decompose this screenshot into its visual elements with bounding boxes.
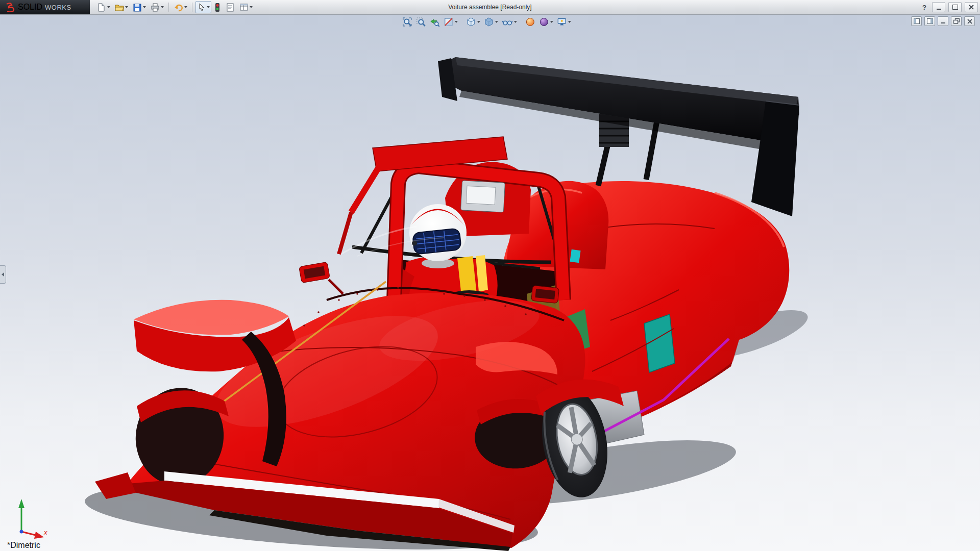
options-grid-icon — [239, 3, 249, 12]
zoom-to-fit-icon — [402, 17, 412, 27]
select-button[interactable] — [195, 1, 211, 13]
zoom-to-area-icon — [416, 17, 426, 27]
edit-appearance-sphere-icon — [525, 17, 535, 27]
title-bar: SOLIDWORKS — [0, 0, 980, 15]
edit-appearance-button[interactable] — [524, 16, 536, 28]
race-car-model[interactable] — [0, 14, 980, 551]
window-controls: ? — [920, 0, 978, 14]
minimize-doc-icon — [941, 19, 946, 24]
rebuild-button[interactable] — [212, 1, 223, 13]
show-task-pane-button[interactable] — [924, 16, 935, 26]
file-properties-icon — [225, 3, 235, 12]
apply-scene-sphere-icon — [539, 17, 549, 27]
hide-show-items-button[interactable] — [501, 16, 518, 28]
view-orientation-label: *Dimetric — [7, 541, 40, 550]
main-toolbar — [95, 1, 254, 13]
dropdown-caret-icon[interactable] — [550, 21, 553, 23]
dropdown-caret-icon[interactable] — [107, 6, 110, 8]
z-axis-dot — [20, 530, 23, 534]
restore-document-button[interactable] — [951, 16, 962, 26]
zoom-to-fit-button[interactable] — [401, 16, 413, 28]
minimize-window-button[interactable] — [932, 2, 945, 12]
restore-doc-icon — [953, 18, 960, 24]
close-document-button[interactable] — [964, 16, 975, 26]
dropdown-caret-icon[interactable] — [568, 21, 571, 23]
dropdown-caret-icon[interactable] — [477, 21, 480, 23]
previous-view-icon — [430, 17, 440, 27]
dropdown-caret-icon[interactable] — [250, 6, 253, 8]
dropdown-caret-icon[interactable] — [495, 21, 498, 23]
dropdown-caret-icon[interactable] — [125, 6, 128, 8]
right-pane-icon — [927, 18, 933, 24]
help-button[interactable]: ? — [920, 4, 929, 11]
minimize-document-button[interactable] — [938, 16, 948, 26]
y-axis-arrow — [18, 499, 24, 508]
close-window-button[interactable] — [965, 2, 978, 12]
dropdown-caret-icon[interactable] — [184, 6, 187, 8]
helmet-visor — [411, 228, 461, 255]
toolbar-separator — [168, 3, 169, 12]
close-doc-icon — [967, 19, 972, 24]
display-style-icon — [484, 17, 494, 27]
heads-up-toolbar — [401, 16, 572, 28]
close-icon — [969, 5, 974, 10]
ds-swirl-icon — [4, 2, 15, 12]
save-button[interactable] — [131, 1, 148, 13]
rebuild-traffic-light-icon — [214, 3, 221, 12]
solidworks-logo: SOLIDWORKS — [0, 0, 90, 14]
new-document-button[interactable] — [95, 1, 112, 13]
undo-icon — [174, 3, 183, 12]
zoom-to-area-button[interactable] — [415, 16, 427, 28]
maximize-icon — [952, 5, 958, 10]
open-document-button[interactable] — [113, 1, 130, 13]
new-document-icon — [96, 3, 106, 12]
print-button[interactable] — [149, 1, 165, 13]
view-orientation-cube-icon — [466, 17, 476, 27]
brand-light: WORKS — [45, 4, 71, 11]
apply-scene-button[interactable] — [538, 16, 554, 28]
x-axis-arrow — [34, 532, 44, 539]
dropdown-caret-icon[interactable] — [143, 6, 146, 8]
collapse-arrow-icon — [2, 272, 4, 277]
maximize-window-button[interactable] — [948, 2, 962, 12]
dropdown-caret-icon[interactable] — [514, 21, 517, 23]
view-settings-monitor-icon — [557, 17, 567, 27]
save-floppy-icon — [132, 3, 142, 12]
dropdown-caret-icon[interactable] — [455, 21, 458, 23]
graphics-viewport[interactable]: x *Dimetric — [0, 14, 980, 551]
file-properties-button[interactable] — [224, 1, 236, 13]
select-cursor-icon — [197, 3, 206, 12]
dropdown-caret-icon[interactable] — [207, 6, 210, 8]
show-feature-pane-button[interactable] — [911, 16, 922, 26]
view-settings-button[interactable] — [556, 16, 572, 28]
window-title: Voiture assemblee [Read-only] — [448, 4, 531, 11]
section-view-button[interactable] — [443, 16, 459, 28]
dropdown-caret-icon[interactable] — [161, 6, 164, 8]
x-axis-label: x — [43, 529, 47, 536]
cockpit-accent-cyan — [570, 249, 580, 263]
a-pillar — [351, 167, 379, 212]
view-orientation-button[interactable] — [465, 16, 481, 28]
left-pane-icon — [914, 18, 920, 24]
brand-bold: SOLID — [18, 3, 42, 12]
undo-button[interactable] — [172, 1, 189, 13]
center-mirror — [461, 181, 505, 212]
section-view-icon — [444, 17, 454, 27]
open-folder-icon — [114, 3, 124, 12]
toolbar-separator — [192, 3, 192, 12]
reference-triad: x — [6, 489, 52, 540]
print-icon — [150, 3, 160, 12]
hide-show-glasses-icon — [502, 17, 513, 27]
previous-view-button[interactable] — [429, 16, 441, 28]
solidworks-window: SOLIDWORKS — [0, 0, 980, 551]
display-style-button[interactable] — [483, 16, 499, 28]
feature-tree-collapsed-tab[interactable] — [0, 265, 6, 284]
minimize-icon — [937, 9, 941, 10]
document-controls — [911, 16, 975, 26]
options-button[interactable] — [237, 1, 254, 13]
